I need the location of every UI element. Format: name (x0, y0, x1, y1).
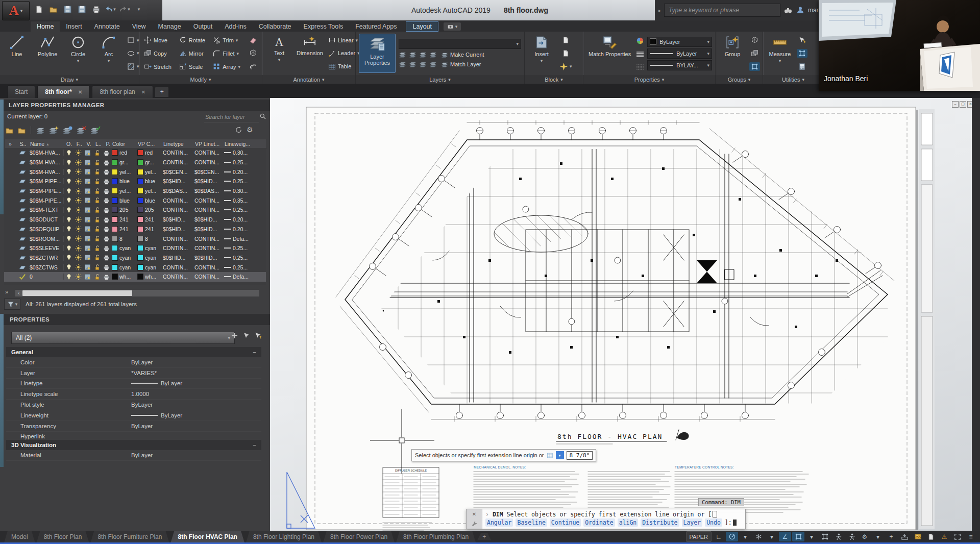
color-swatch[interactable] (112, 169, 118, 175)
quick-calculator-button[interactable] (797, 62, 807, 71)
paper-space-toggle[interactable]: PAPER (686, 531, 712, 542)
new-layer-vp-frozen-button[interactable] (62, 126, 72, 135)
vp-color-swatch[interactable] (137, 274, 143, 280)
explode-button[interactable] (248, 48, 259, 58)
panel-label-groups[interactable]: Groups▾ (716, 75, 763, 84)
layer-on-icon[interactable] (66, 188, 72, 194)
table-button[interactable]: Table (327, 62, 353, 71)
layer-plot-icon[interactable] (103, 178, 110, 185)
layer-plot-icon[interactable] (103, 245, 110, 252)
workspace-switching-button[interactable]: + (885, 532, 897, 541)
measure-button[interactable]: Measure▾ (766, 34, 794, 73)
property-row[interactable]: Material ByLayer (6, 450, 261, 461)
isometric-drafting-button[interactable] (752, 532, 765, 541)
layer-row[interactable]: $0$ROOM... 8 8 CONTIN... CONTIN... Defa.… (4, 234, 266, 243)
filter-toggle-button[interactable]: ▾ (4, 299, 20, 310)
vp-color-swatch[interactable] (137, 216, 143, 222)
text-tool-button[interactable]: Text▾ (265, 34, 293, 73)
layer-row[interactable]: $0$ZCTWS cyan cyan CONTIN... CONTIN... 0… (4, 262, 266, 272)
column-linetype[interactable]: Linetype (163, 141, 195, 147)
save-button[interactable] (61, 3, 74, 15)
layer-unlock-icon[interactable] (94, 274, 101, 280)
vp-color-swatch[interactable] (137, 264, 143, 270)
layer-lock-icon[interactable] (429, 51, 437, 58)
vp-color-swatch[interactable] (137, 150, 143, 156)
refresh-icon[interactable] (235, 126, 242, 134)
collapse-icon[interactable]: − (253, 349, 256, 355)
polar-tracking-button[interactable] (726, 532, 738, 541)
layer-unisolate-icon[interactable] (429, 60, 437, 68)
vp-color-swatch[interactable] (137, 245, 143, 251)
layer-row[interactable]: $0$M-PIPE... blue blue $0$HID... $0$HID.… (4, 177, 266, 186)
ribbon-tab-home[interactable]: Home (31, 21, 60, 32)
command-prompt-line[interactable]: › DIM Select objects or specify first ex… (485, 510, 742, 518)
column-vp-linetype[interactable]: VP Linet... (195, 141, 225, 147)
ribbon-tab-add-ins[interactable]: Add-ins (218, 21, 252, 32)
set-current-layer-button[interactable] (90, 126, 101, 135)
layer-on-icon[interactable] (66, 207, 72, 213)
search-binoculars-icon[interactable] (783, 6, 793, 15)
vp-color-swatch[interactable] (137, 207, 143, 213)
group-selection-toggle[interactable] (749, 62, 760, 71)
command-option-align[interactable]: aliGn (618, 518, 639, 527)
layer-thaw-icon[interactable] (75, 188, 82, 194)
color-swatch[interactable] (112, 255, 118, 261)
polar-dropdown-icon[interactable]: ▾ (739, 532, 751, 541)
vp-freeze-icon[interactable] (84, 235, 91, 242)
layer-unlock-icon[interactable] (94, 207, 101, 213)
color-swatch[interactable] (112, 226, 118, 232)
ribbon-tab-view[interactable]: View (126, 21, 152, 32)
layer-plot-icon[interactable] (103, 150, 110, 156)
layer-states-button[interactable] (36, 126, 45, 135)
group-button[interactable]: Group (719, 34, 746, 73)
layer-row[interactable]: 0 wh... wh... CONTIN... CONTIN... Defa..… (4, 272, 266, 282)
layer-thaw-icon[interactable] (75, 150, 82, 156)
osnap-dropdown-icon[interactable]: ▾ (805, 532, 818, 541)
layer-unlock-icon[interactable] (94, 178, 101, 185)
section-header-3d[interactable]: 3D Visualization − (6, 440, 261, 450)
layer-on-icon[interactable] (66, 197, 72, 204)
layer-plot-icon[interactable] (103, 168, 110, 175)
panel-label-properties[interactable]: Properties▾ (583, 75, 715, 84)
create-block-button[interactable] (560, 36, 571, 44)
file-tab-8th-floor-plan[interactable]: 8th floor plan✕ (92, 85, 153, 98)
rotate-button[interactable]: Rotate (178, 36, 209, 44)
annotation-visibility-button[interactable] (832, 532, 844, 541)
layer-thaw-icon[interactable] (75, 274, 82, 280)
line-tool-button[interactable]: Line (3, 34, 31, 73)
vp-freeze-icon[interactable] (84, 178, 91, 185)
trim-button[interactable]: Trim▾ (211, 36, 244, 44)
command-option-continue[interactable]: Continue (550, 518, 581, 527)
color-swatch[interactable] (112, 150, 118, 156)
vp-color-swatch[interactable] (137, 255, 143, 261)
layer-row[interactable]: $0$ZCTWR cyan cyan $0$HID... $0$HID... 0… (4, 253, 266, 263)
property-row[interactable]: Lineweight ByLayer (6, 410, 261, 421)
scroll-left-icon[interactable]: ‹ (15, 290, 22, 296)
minimize-icon[interactable]: – (952, 101, 959, 108)
object-snap-button[interactable] (792, 532, 804, 541)
polyline-tool-button[interactable]: Polyline (34, 34, 61, 73)
command-option-distribute[interactable]: Distribute (641, 518, 679, 527)
vp-freeze-icon[interactable] (84, 226, 91, 232)
properties-palette-grip[interactable] (0, 314, 4, 467)
ribbon-tab-output[interactable]: Output (187, 21, 219, 32)
command-option-undo[interactable]: Undo (705, 518, 722, 527)
layer-on-icon[interactable] (399, 60, 406, 68)
plot-style-dropdown[interactable]: BYLAY...▾ (647, 60, 712, 70)
column-name[interactable]: Name ▲ (30, 141, 64, 147)
layer-freeze-icon[interactable] (419, 51, 427, 58)
layer-plot-icon[interactable] (103, 235, 110, 242)
annotation-scale-gear-button[interactable]: ⚙ (859, 532, 871, 541)
vp-color-swatch[interactable] (137, 178, 143, 184)
layer-unlock-icon[interactable] (94, 254, 101, 261)
vp-color-swatch[interactable] (137, 236, 143, 242)
color-swatch[interactable] (112, 159, 118, 165)
layer-thaw-icon[interactable] (75, 207, 82, 213)
vp-freeze-icon[interactable] (84, 159, 91, 166)
section-header-general[interactable]: General − (6, 347, 261, 357)
autoscale-button[interactable] (845, 532, 857, 541)
match-properties-button[interactable]: Match Properties (586, 34, 633, 73)
layer-on-icon[interactable] (66, 178, 72, 185)
ribbon-tab-manage[interactable]: Manage (152, 21, 187, 32)
layer-thaw-icon[interactable] (75, 226, 82, 232)
